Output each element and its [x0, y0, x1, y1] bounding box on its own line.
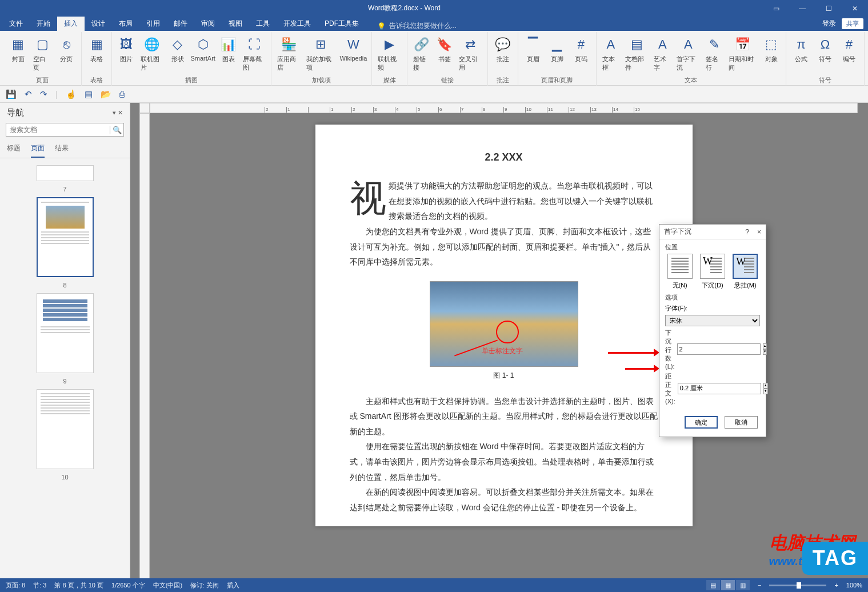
search-input[interactable]: [6, 126, 110, 134]
vertical-ruler[interactable]: [139, 113, 150, 592]
status-page[interactable]: 页面: 8: [6, 581, 25, 590]
login-link[interactable]: 登录: [822, 19, 836, 29]
thumb-page-9[interactable]: [37, 293, 94, 373]
redo-icon[interactable]: ↷: [40, 89, 47, 99]
zoom-in-icon[interactable]: +: [834, 582, 838, 589]
undo-icon[interactable]: ↶: [25, 89, 32, 99]
艺术字-button[interactable]: A艺术字: [651, 34, 673, 73]
zoom-out-icon[interactable]: −: [758, 582, 761, 589]
联机图片-button[interactable]: 🌐联机图片: [138, 34, 166, 73]
tab-布局[interactable]: 布局: [112, 17, 139, 31]
share-button[interactable]: 共享: [842, 18, 863, 29]
tab-插入[interactable]: 插入: [57, 17, 85, 31]
open-icon[interactable]: 📂: [101, 89, 111, 99]
页码-button[interactable]: #页码: [570, 34, 593, 65]
status-page-of[interactable]: 第 8 页，共 10 页: [54, 581, 103, 590]
print-icon[interactable]: ⎙: [119, 89, 125, 99]
lines-spinner[interactable]: ▲▼: [763, 343, 767, 355]
对象-button[interactable]: ⬚对象: [761, 34, 782, 65]
符号-button[interactable]: Ω符号: [814, 34, 837, 65]
thumb-page-7[interactable]: [37, 165, 94, 181]
option-none[interactable]: 无(N): [666, 254, 694, 290]
tab-PDF工具集[interactable]: PDF工具集: [318, 17, 366, 31]
new-icon[interactable]: ▤: [85, 89, 93, 99]
屏幕截图-button[interactable]: ⛶屏幕截图: [241, 34, 268, 73]
nav-tab-页面[interactable]: 页面: [31, 143, 45, 158]
tab-工具[interactable]: 工具: [249, 17, 277, 31]
nav-tab-结果[interactable]: 结果: [55, 143, 69, 158]
help-icon[interactable]: ?: [745, 228, 749, 236]
tab-邮件[interactable]: 邮件: [167, 17, 194, 31]
tab-文件[interactable]: 文件: [2, 17, 30, 31]
超链接-button[interactable]: 🔗超链接: [411, 34, 433, 73]
figure-image[interactable]: 单击标注文字: [430, 281, 578, 367]
空白页-button[interactable]: ▢空白页: [31, 34, 54, 73]
应用商店-icon: 🏪: [280, 35, 298, 54]
封面-button[interactable]: ▦封面: [7, 34, 30, 65]
日期和时间-button[interactable]: 📅日期和时间: [726, 34, 759, 73]
批注-button[interactable]: 💬批注: [491, 34, 514, 65]
ok-button[interactable]: 确定: [685, 416, 718, 429]
tab-审阅[interactable]: 审阅: [194, 17, 222, 31]
图片-button[interactable]: 🖼图片: [115, 34, 137, 65]
页眉-button[interactable]: ▔页眉: [522, 34, 545, 65]
minimize-icon[interactable]: —: [789, 0, 815, 17]
read-mode-icon[interactable]: ▤: [706, 580, 720, 590]
zoom-level[interactable]: 100%: [846, 582, 862, 589]
nav-search[interactable]: 🔍: [6, 123, 124, 137]
save-icon[interactable]: 💾: [6, 89, 17, 99]
distance-input[interactable]: [678, 383, 761, 394]
close-icon[interactable]: ✕: [842, 0, 868, 17]
option-margin[interactable]: W悬挂(M): [731, 254, 759, 290]
thumb-page-10[interactable]: [37, 389, 94, 469]
status-words[interactable]: 1/2650 个字: [111, 581, 145, 590]
Wikipedia-button[interactable]: WWikipedia: [339, 34, 369, 63]
status-section[interactable]: 节: 3: [33, 581, 46, 590]
公式-button[interactable]: π公式: [790, 34, 813, 65]
cancel-button[interactable]: 取消: [725, 416, 758, 429]
图表-button[interactable]: 📊图表: [218, 34, 239, 65]
tab-引用[interactable]: 引用: [139, 17, 167, 31]
nav-dropdown-icon[interactable]: ▾ ✕: [113, 109, 123, 117]
zoom-slider[interactable]: [769, 585, 826, 586]
tab-开发工具[interactable]: 开发工具: [277, 17, 318, 31]
tab-开始[interactable]: 开始: [30, 17, 57, 31]
touch-mode-icon[interactable]: ☝: [66, 89, 77, 99]
形状-button[interactable]: ◇形状: [167, 34, 189, 65]
联机视频-button[interactable]: ▶联机视频: [375, 34, 403, 73]
distance-spinner[interactable]: ▲▼: [763, 383, 768, 394]
paragraph: 主题和样式也有助于文档保持协调。当您单击设计并选择新的主题时，图片、图表或 Sm…: [350, 394, 658, 439]
search-icon[interactable]: 🔍: [110, 126, 123, 134]
文档部件-button[interactable]: ▤文档部件: [623, 34, 650, 73]
我的加载项-button[interactable]: ⊞我的加载项: [304, 34, 338, 73]
web-layout-icon[interactable]: ▥: [736, 580, 750, 590]
tab-设计[interactable]: 设计: [85, 17, 112, 31]
font-select[interactable]: 宋体: [665, 315, 760, 326]
页脚-button[interactable]: ▁页脚: [546, 34, 569, 65]
首字下沉-button[interactable]: A首字下沉: [674, 34, 702, 73]
status-mode[interactable]: 插入: [227, 581, 239, 590]
交叉引用-button[interactable]: ⇄交叉引用: [457, 34, 484, 73]
表格-button[interactable]: ▦表格: [85, 34, 108, 65]
dialog-close-icon[interactable]: ×: [757, 228, 761, 236]
ribbon-options-icon[interactable]: ▭: [763, 0, 789, 17]
option-dropped[interactable]: W下沉(D): [699, 254, 726, 290]
分页-button[interactable]: ⎋分页: [55, 34, 78, 65]
horizontal-ruler[interactable]: 21123456789101112131415: [150, 103, 858, 113]
tab-视图[interactable]: 视图: [222, 17, 249, 31]
签名行-button[interactable]: ✎签名行: [703, 34, 725, 73]
thumb-page-8[interactable]: [37, 197, 94, 277]
tell-me[interactable]: 💡 告诉我您想要做什么...: [366, 21, 457, 31]
书签-button[interactable]: 🔖书签: [434, 34, 455, 65]
应用商店-button[interactable]: 🏪应用商店: [275, 34, 303, 73]
status-track[interactable]: 修订: 关闭: [190, 581, 219, 590]
编号-button[interactable]: #编号: [838, 34, 861, 65]
document-page[interactable]: 2.2 XXX 视频提供了功能强大的方法帮助您证明您的观点。当您单击联机视频时，…: [315, 125, 693, 526]
print-layout-icon[interactable]: ▦: [721, 580, 735, 590]
nav-tab-标题[interactable]: 标题: [7, 143, 21, 158]
lines-input[interactable]: [677, 343, 761, 355]
status-lang[interactable]: 中文(中国): [153, 581, 182, 590]
文本框-button[interactable]: A文本框: [600, 34, 622, 73]
SmartArt-button[interactable]: ⬡SmartArt: [190, 34, 217, 63]
maximize-icon[interactable]: ☐: [815, 0, 842, 17]
